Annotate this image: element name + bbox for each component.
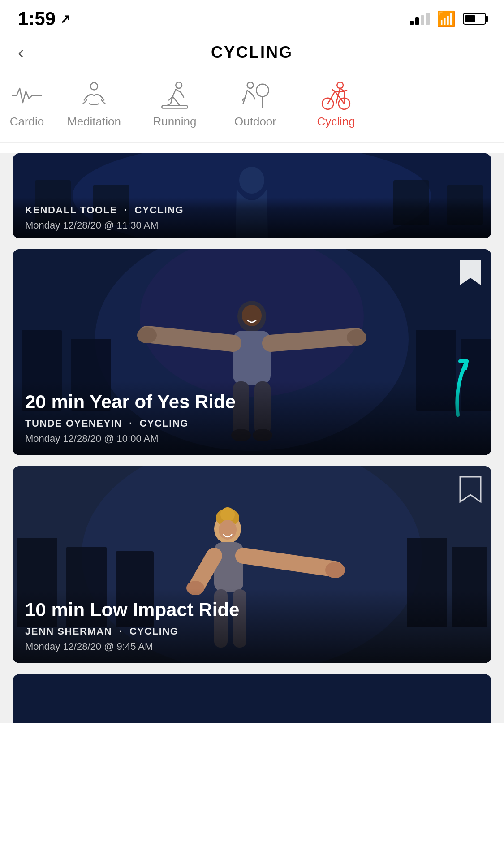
card-datetime-tunde: Monday 12/28/20 @ 10:00 AM: [25, 433, 479, 445]
svg-point-7: [322, 98, 333, 109]
card-overlay-jenn: 10 min Low Impact Ride JENN SHERMAN · CY…: [13, 589, 491, 663]
svg-point-1: [176, 82, 182, 88]
wifi-icon: 📶: [437, 10, 456, 28]
card-datetime-kendall: Monday 12/28/20 @ 11:30 AM: [25, 220, 479, 231]
status-time: 1:59 ↗: [18, 8, 70, 30]
sidebar-item-running[interactable]: Running: [134, 75, 215, 133]
class-card-bottom-partial[interactable]: [13, 674, 491, 723]
svg-point-33: [242, 305, 262, 326]
svg-rect-2: [162, 106, 187, 108]
svg-point-0: [90, 82, 98, 90]
cycling-label: Cycling: [317, 115, 355, 129]
svg-point-6: [337, 82, 343, 88]
card-instructor-kendall: KENDALL TOOLE · CYCLING: [25, 204, 479, 216]
svg-point-3: [247, 82, 254, 88]
svg-point-27: [137, 327, 157, 343]
card-title-tunde: 20 min Year of Yes Ride: [25, 392, 479, 412]
running-label: Running: [153, 115, 197, 129]
svg-line-26: [271, 337, 357, 343]
svg-point-43: [220, 507, 235, 522]
page-header: ‹ CYCLING: [0, 34, 504, 71]
svg-line-25: [147, 334, 233, 343]
class-card-kendall[interactable]: KENDALL TOOLE · CYCLING Monday 12/28/20 …: [13, 153, 491, 238]
card-instructor-tunde: TUNDE OYENEYIN · CYCLING: [25, 418, 479, 429]
svg-point-4: [256, 84, 268, 96]
card-datetime-jenn: Monday 12/28/20 @ 9:45 AM: [25, 641, 479, 653]
svg-point-28: [347, 329, 366, 346]
sidebar-item-outdoor[interactable]: Outdoor: [215, 75, 296, 133]
meditation-label: Meditation: [67, 115, 121, 129]
svg-point-15: [239, 167, 264, 194]
time-display: 1:59: [18, 8, 56, 30]
svg-point-47: [325, 562, 345, 578]
cardio-label: Cardio: [10, 115, 44, 129]
status-icons: 📶: [410, 10, 486, 28]
card-instructor-jenn: JENN SHERMAN · CYCLING: [25, 626, 479, 637]
bookmark-button-tunde[interactable]: [458, 258, 482, 287]
status-bar: 1:59 ↗ 📶: [0, 0, 504, 34]
outdoor-label: Outdoor: [234, 115, 276, 129]
cardio-icon: [9, 80, 45, 111]
category-nav: Cardio Meditation: [0, 71, 504, 143]
card-bg-bottom: [13, 674, 491, 723]
card-title-jenn: 10 min Low Impact Ride: [25, 600, 479, 620]
signal-icon: [410, 13, 430, 25]
meditation-icon: [76, 80, 112, 111]
location-icon: ↗: [60, 12, 70, 26]
bookmark-button-jenn[interactable]: [458, 475, 482, 504]
page-title: CYCLING: [211, 43, 293, 62]
running-icon: [157, 80, 193, 111]
card-overlay-tunde: 20 min Year of Yes Ride TUNDE OYENEYIN ·…: [13, 381, 491, 455]
class-card-tunde[interactable]: 20 min Year of Yes Ride TUNDE OYENEYIN ·…: [13, 249, 491, 455]
sidebar-item-meditation[interactable]: Meditation: [54, 75, 134, 133]
battery-icon: [463, 13, 486, 25]
class-card-jenn[interactable]: 10 min Low Impact Ride JENN SHERMAN · CY…: [13, 466, 491, 663]
sidebar-item-cardio[interactable]: Cardio: [0, 75, 54, 133]
card-overlay-kendall: KENDALL TOOLE · CYCLING Monday 12/28/20 …: [13, 197, 491, 238]
sidebar-item-cycling[interactable]: Cycling: [296, 75, 376, 133]
content-area: KENDALL TOOLE · CYCLING Monday 12/28/20 …: [0, 153, 504, 723]
back-button[interactable]: ‹: [18, 43, 24, 63]
outdoor-icon: [237, 80, 273, 111]
cycling-icon: [318, 80, 354, 111]
